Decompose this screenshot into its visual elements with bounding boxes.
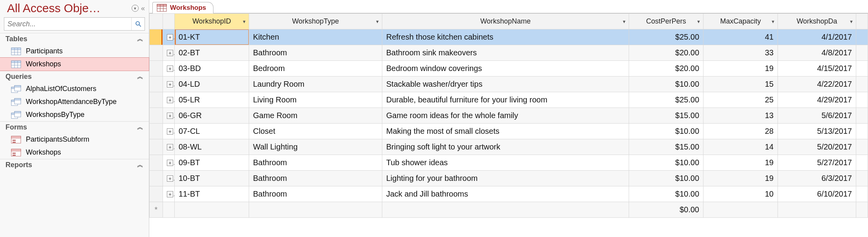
datasheet-table[interactable]: WorkshopID▼WorkshopType▼WorkshopName▼Cos…	[149, 13, 868, 218]
expand-row-icon[interactable]: +	[163, 92, 175, 108]
cell-maxcapacity[interactable]: 25	[703, 92, 778, 108]
cell-costperpers[interactable]: $15.00	[629, 108, 703, 124]
cell-workshopid[interactable]: 05-LR	[175, 92, 249, 108]
cell-costperpers[interactable]: $20.00	[629, 61, 703, 77]
cell-workshopdate[interactable]: 5/13/2017	[778, 124, 856, 139]
cell-workshopdate[interactable]: 5/20/2017	[778, 139, 856, 155]
cell-workshopname[interactable]: Making the most of small closets	[382, 124, 629, 139]
chevron-up-icon[interactable]: ︽	[137, 73, 143, 81]
column-header-workshoptype[interactable]: WorkshopType▼	[249, 14, 382, 29]
expand-row-icon[interactable]: +	[163, 124, 175, 139]
row-selector[interactable]	[150, 29, 163, 45]
cell-overflow[interactable]	[856, 171, 868, 186]
cell-workshoptype[interactable]: Living Room	[249, 92, 382, 108]
cell-overflow[interactable]	[856, 61, 868, 77]
expand-column-header[interactable]	[163, 14, 175, 29]
table-row[interactable]: +11-BTBathroomJack and Jill bathrooms$10…	[150, 186, 868, 202]
cell-workshoptype[interactable]: Laundry Room	[249, 77, 382, 92]
cell-workshopdate[interactable]: 4/22/2017	[778, 77, 856, 92]
cell-workshopdate[interactable]: 4/1/2017	[778, 29, 856, 45]
cell-overflow[interactable]	[856, 29, 868, 45]
table-row[interactable]: +08-WLWall LightingBringing soft light t…	[150, 139, 868, 155]
nav-item-participantssubform[interactable]: ParticipantsSubform	[0, 133, 149, 146]
collapse-pane-icon[interactable]: «	[141, 4, 145, 13]
cell-workshopname[interactable]: Refresh those kitchen cabinets	[382, 29, 629, 45]
cell-workshopid[interactable]: 06-GR	[175, 108, 249, 124]
row-selector[interactable]	[150, 92, 163, 108]
table-row[interactable]: +07-CLClosetMaking the most of small clo…	[150, 124, 868, 139]
chevron-up-icon[interactable]: ︽	[137, 161, 143, 169]
cell-workshoptype[interactable]: Bedroom	[249, 61, 382, 77]
cell-workshopdate[interactable]: 4/8/2017	[778, 45, 856, 61]
row-selector[interactable]	[150, 124, 163, 139]
cell-overflow[interactable]	[856, 108, 868, 124]
chevron-down-icon[interactable]: ▾	[132, 5, 139, 12]
row-selector[interactable]	[150, 139, 163, 155]
cell-workshopdate[interactable]: 4/29/2017	[778, 92, 856, 108]
cell-costperpers[interactable]: $10.00	[629, 77, 703, 92]
cell-maxcapacity[interactable]: 33	[703, 45, 778, 61]
nav-group-queries[interactable]: Queries︽	[0, 71, 149, 82]
column-header-costperpers[interactable]: CostPerPers▼	[629, 14, 703, 29]
nav-group-forms[interactable]: Forms︽	[0, 121, 149, 133]
cell-workshopdate[interactable]: 6/10/2017	[778, 186, 856, 202]
cell-workshoptype[interactable]: Bathroom	[249, 45, 382, 61]
row-selector[interactable]	[150, 171, 163, 186]
cell-maxcapacity[interactable]: 28	[703, 124, 778, 139]
cell-workshopdate[interactable]: 5/27/2017	[778, 155, 856, 171]
cell-workshopname[interactable]	[382, 202, 629, 218]
column-dropdown-icon[interactable]: ▼	[622, 19, 626, 24]
chevron-up-icon[interactable]: ︽	[137, 35, 143, 43]
cell-workshopid[interactable]: 03-BD	[175, 61, 249, 77]
cell-workshoptype[interactable]: Bathroom	[249, 186, 382, 202]
cell-workshopid[interactable]: 07-CL	[175, 124, 249, 139]
cell-overflow[interactable]	[856, 45, 868, 61]
tab-workshops[interactable]: Workshops	[152, 2, 213, 13]
expand-row-icon[interactable]: +	[163, 61, 175, 77]
cell-workshopname[interactable]: Jack and Jill bathrooms	[382, 186, 629, 202]
select-all-rows[interactable]	[150, 14, 163, 29]
cell-workshopname[interactable]: Bathroom sink makeovers	[382, 45, 629, 61]
cell-workshopid[interactable]: 04-LD	[175, 77, 249, 92]
cell-workshopid[interactable]: 11-BT	[175, 186, 249, 202]
cell-workshopid[interactable]: 01-KT	[175, 29, 249, 45]
cell-overflow[interactable]	[856, 186, 868, 202]
cell-workshopname[interactable]: Durable, beautiful furniture for your li…	[382, 92, 629, 108]
nav-item-workshops[interactable]: Workshops	[0, 58, 149, 71]
row-selector[interactable]	[150, 108, 163, 124]
expand-row-icon[interactable]: +	[163, 171, 175, 186]
cell-workshoptype[interactable]: Game Room	[249, 108, 382, 124]
column-dropdown-icon[interactable]: ▼	[771, 19, 775, 24]
column-dropdown-icon[interactable]: ▼	[375, 19, 380, 24]
nav-item-alphalistofcustomers[interactable]: AlphaListOfCustomers	[0, 82, 149, 95]
cell-overflow[interactable]	[856, 77, 868, 92]
table-row[interactable]: +05-LRLiving RoomDurable, beautiful furn…	[150, 92, 868, 108]
cell-workshopname[interactable]: Stackable washer/dryer tips	[382, 77, 629, 92]
nav-group-reports[interactable]: Reports︽	[0, 159, 149, 171]
column-dropdown-icon[interactable]: ▼	[849, 19, 854, 24]
cell-workshopdate[interactable]: 6/3/2017	[778, 171, 856, 186]
column-dropdown-icon[interactable]: ▼	[242, 19, 246, 24]
cell-workshopname[interactable]: Bringing soft light to your artwork	[382, 139, 629, 155]
expand-row-icon[interactable]: +	[163, 77, 175, 92]
chevron-up-icon[interactable]: ︽	[137, 123, 143, 131]
cell-maxcapacity[interactable]: 15	[703, 77, 778, 92]
row-selector[interactable]	[150, 45, 163, 61]
expand-row-icon[interactable]: +	[163, 155, 175, 171]
cell-workshopname[interactable]: Bedroom window coverings	[382, 61, 629, 77]
nav-header[interactable]: All Access Obje… ▾ «	[0, 0, 149, 16]
table-row[interactable]: +03-BDBedroomBedroom window coverings$20…	[150, 61, 868, 77]
cell-workshoptype[interactable]: Bathroom	[249, 171, 382, 186]
cell-overflow[interactable]	[856, 92, 868, 108]
cell-workshopname[interactable]: Game room ideas for the whole family	[382, 108, 629, 124]
cell-workshopdate[interactable]: 4/15/2017	[778, 61, 856, 77]
cell-costperpers[interactable]: $15.00	[629, 139, 703, 155]
expand-row-icon[interactable]: +	[163, 186, 175, 202]
cell-workshopid[interactable]: 10-BT	[175, 171, 249, 186]
column-header-workshopid[interactable]: WorkshopID▼	[175, 14, 249, 29]
cell-workshopname[interactable]: Lighting for your bathroom	[382, 171, 629, 186]
cell-maxcapacity[interactable]: 41	[703, 29, 778, 45]
new-record-indicator-icon[interactable]: *	[150, 202, 163, 218]
table-row[interactable]: +09-BTBathroomTub shower ideas$10.00195/…	[150, 155, 868, 171]
row-selector[interactable]	[150, 186, 163, 202]
